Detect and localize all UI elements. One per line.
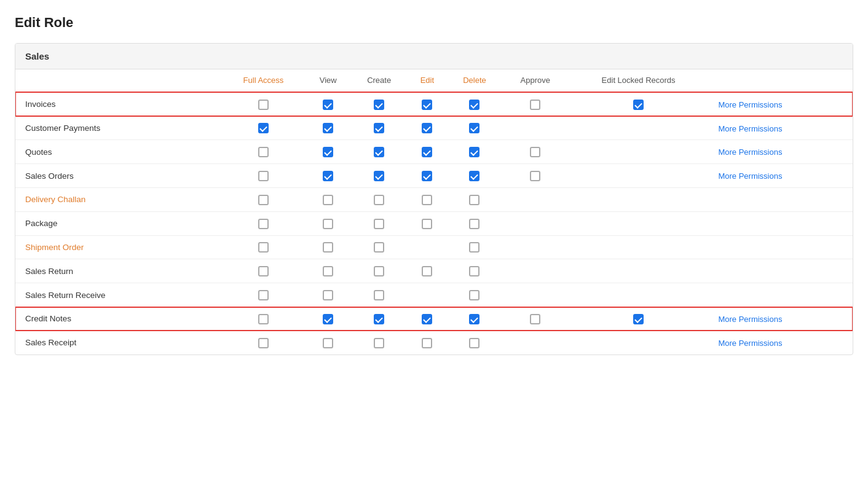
- checkbox-create-6[interactable]: [374, 242, 384, 253]
- checkbox-full_access-3[interactable]: [258, 171, 269, 181]
- checkbox-create-8[interactable]: [374, 290, 384, 300]
- more-permissions-link-9[interactable]: More Permissions: [718, 315, 782, 324]
- checkbox-approve-2[interactable]: [530, 147, 540, 157]
- checkbox-view-3[interactable]: [323, 171, 333, 181]
- cell-edit_locked-1: [569, 116, 709, 140]
- checkbox-edit-0[interactable]: [422, 100, 432, 110]
- row-name-9: Credit Notes: [15, 307, 221, 331]
- cell-view-4: [306, 188, 351, 212]
- checkbox-delete-7[interactable]: [469, 266, 479, 276]
- checkbox-delete-4[interactable]: [469, 195, 479, 205]
- checkbox-edit-2[interactable]: [422, 147, 432, 157]
- checkbox-edit-10[interactable]: [422, 338, 432, 348]
- checkbox-view-8[interactable]: [323, 290, 333, 300]
- cell-edit_locked-3: [569, 164, 709, 188]
- checkbox-full_access-2[interactable]: [258, 147, 269, 157]
- cell-create-9: [351, 307, 408, 331]
- checkbox-edit-9[interactable]: [422, 314, 432, 324]
- checkbox-approve-0[interactable]: [530, 100, 540, 110]
- checkbox-full_access-10[interactable]: [258, 338, 269, 348]
- checkbox-delete-5[interactable]: [469, 219, 479, 229]
- page-title: Edit Role: [15, 15, 853, 31]
- cell-edit-4: [408, 188, 447, 212]
- checkbox-delete-10[interactable]: [469, 338, 479, 348]
- checkbox-create-0[interactable]: [374, 100, 384, 110]
- checkbox-create-10[interactable]: [374, 338, 384, 348]
- checkbox-view-2[interactable]: [323, 147, 333, 157]
- checkbox-delete-8[interactable]: [469, 290, 479, 300]
- checkbox-edit-3[interactable]: [422, 171, 432, 181]
- checkbox-create-4[interactable]: [374, 195, 384, 205]
- checkbox-view-10[interactable]: [323, 338, 333, 348]
- checkbox-view-5[interactable]: [323, 219, 333, 229]
- checkbox-delete-9[interactable]: [469, 314, 479, 324]
- checkbox-edit-5[interactable]: [422, 219, 432, 229]
- cell-view-0: [306, 92, 351, 116]
- checkbox-create-5[interactable]: [374, 219, 384, 229]
- cell-full_access-1: [221, 116, 306, 140]
- checkbox-view-6[interactable]: [323, 242, 333, 253]
- cell-delete-1: [447, 116, 502, 140]
- checkbox-edit-1[interactable]: [422, 123, 432, 133]
- checkbox-create-1[interactable]: [374, 123, 384, 133]
- cell-edit-9: [408, 307, 447, 331]
- checkbox-full_access-6[interactable]: [258, 242, 269, 253]
- row-name-4: Delivery Challan: [15, 188, 221, 212]
- cell-create-2: [351, 140, 408, 164]
- checkbox-create-2[interactable]: [374, 147, 384, 157]
- checkbox-delete-6[interactable]: [469, 242, 479, 253]
- more-permissions-link-3[interactable]: More Permissions: [718, 171, 782, 181]
- more-permissions-link-2[interactable]: More Permissions: [718, 147, 782, 157]
- cell-edit-7: [408, 259, 447, 283]
- checkbox-create-7[interactable]: [374, 266, 384, 276]
- permissions-table: Full Access View Create Edit Delete Appr…: [15, 69, 853, 355]
- cell-full_access-2: [221, 140, 306, 164]
- cell-create-6: [351, 235, 408, 259]
- cell-view-7: [306, 259, 351, 283]
- checkbox-create-9[interactable]: [374, 314, 384, 324]
- checkbox-view-7[interactable]: [323, 266, 333, 276]
- row-name-7: Sales Return: [15, 259, 221, 283]
- cell-more-1: More Permissions: [708, 116, 853, 140]
- checkbox-create-3[interactable]: [374, 171, 384, 181]
- cell-approve-5: [502, 211, 569, 235]
- checkbox-full_access-5[interactable]: [258, 219, 269, 229]
- cell-full_access-4: [221, 188, 306, 212]
- more-permissions-link-10[interactable]: More Permissions: [718, 339, 782, 348]
- cell-full_access-3: [221, 164, 306, 188]
- cell-delete-5: [447, 211, 502, 235]
- checkbox-view-4[interactable]: [323, 195, 333, 205]
- table-row: Delivery Challan: [15, 188, 853, 212]
- table-row: InvoicesMore Permissions: [15, 92, 853, 116]
- cell-more-4: [708, 188, 853, 212]
- checkbox-delete-2[interactable]: [469, 147, 479, 157]
- checkbox-edit-4[interactable]: [422, 195, 432, 205]
- checkbox-full_access-7[interactable]: [258, 266, 269, 276]
- checkbox-delete-1[interactable]: [469, 123, 479, 133]
- more-permissions-link-1[interactable]: More Permissions: [718, 124, 782, 133]
- row-name-1: Customer Payments: [15, 116, 221, 140]
- checkbox-delete-0[interactable]: [469, 100, 479, 110]
- more-permissions-link-0[interactable]: More Permissions: [718, 100, 782, 109]
- cell-view-3: [306, 164, 351, 188]
- checkbox-full_access-1[interactable]: [258, 123, 269, 133]
- checkbox-view-1[interactable]: [323, 123, 333, 133]
- cell-more-6: [708, 235, 853, 259]
- checkbox-full_access-9[interactable]: [258, 314, 269, 324]
- checkbox-view-0[interactable]: [323, 100, 333, 110]
- checkbox-view-9[interactable]: [323, 314, 333, 324]
- col-header-full-access: Full Access: [221, 69, 306, 92]
- col-header-approve: Approve: [502, 69, 569, 92]
- checkbox-full_access-4[interactable]: [258, 195, 269, 205]
- sales-section: Sales Full Access View Create Edit Delet…: [15, 43, 853, 355]
- checkbox-edit-7[interactable]: [422, 266, 432, 276]
- checkbox-approve-3[interactable]: [530, 171, 540, 181]
- checkbox-approve-9[interactable]: [530, 314, 540, 324]
- cell-create-7: [351, 259, 408, 283]
- checkbox-edit_locked-0[interactable]: [633, 100, 644, 110]
- checkbox-full_access-0[interactable]: [258, 100, 269, 110]
- cell-create-1: [351, 116, 408, 140]
- checkbox-delete-3[interactable]: [469, 171, 479, 181]
- checkbox-edit_locked-9[interactable]: [633, 314, 644, 324]
- checkbox-full_access-8[interactable]: [258, 290, 269, 300]
